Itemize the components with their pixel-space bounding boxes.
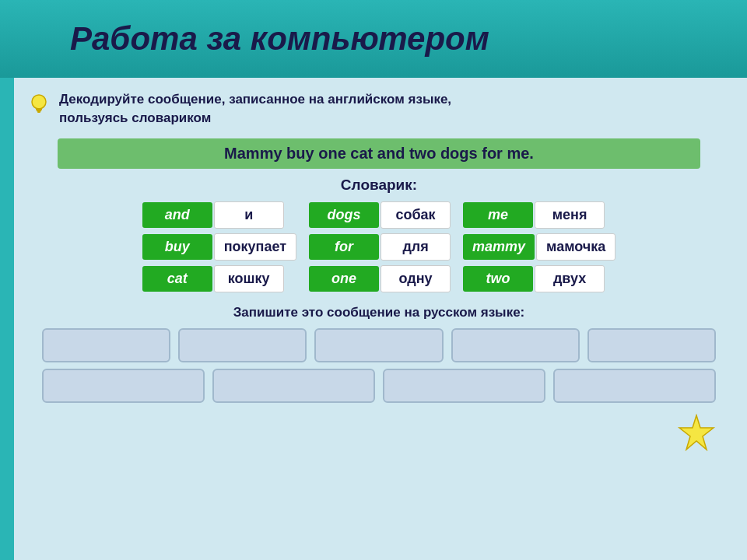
svg-point-0 bbox=[32, 95, 46, 109]
instruction-text: Декодируйте сообщение, записанное на анг… bbox=[59, 90, 451, 128]
dict-russian-word: кошку bbox=[214, 265, 284, 292]
answer-row-1 bbox=[42, 369, 716, 403]
dict-column-0: andиbuyпокупаетcatкошку bbox=[142, 201, 296, 292]
dict-russian-word: меня bbox=[535, 201, 605, 229]
dict-russian-word: и bbox=[214, 201, 284, 229]
dict-row: andи bbox=[142, 201, 296, 229]
answer-input-box[interactable] bbox=[212, 369, 375, 403]
dict-russian-word: для bbox=[381, 233, 451, 261]
dict-column-2: meменяmammyмамочкаtwoдвух bbox=[463, 201, 615, 292]
page-title: Работа за компьютером bbox=[70, 20, 489, 58]
answer-input-box[interactable] bbox=[383, 369, 545, 403]
dict-english-word: one bbox=[309, 266, 379, 292]
answer-input-box[interactable] bbox=[314, 328, 443, 362]
answer-input-box[interactable] bbox=[587, 328, 716, 362]
dict-english-word: and bbox=[142, 202, 212, 228]
page: Работа за компьютером Декодируйте сообще… bbox=[0, 0, 747, 560]
dict-english-word: buy bbox=[142, 234, 212, 260]
star-decoration bbox=[677, 414, 716, 453]
dict-row: forдля bbox=[309, 233, 451, 261]
answer-input-box[interactable] bbox=[553, 369, 716, 403]
sentence-text: Mammy buy one cat and two dogs for me. bbox=[224, 145, 534, 162]
answer-input-box[interactable] bbox=[451, 328, 580, 362]
dict-russian-word: одну bbox=[381, 265, 451, 292]
instruction-row: Декодируйте сообщение, записанное на анг… bbox=[26, 90, 731, 128]
dict-english-word: cat bbox=[142, 266, 212, 292]
answer-input-box[interactable] bbox=[178, 328, 307, 362]
dict-english-word: me bbox=[463, 202, 533, 228]
dict-russian-word: покупает bbox=[214, 233, 296, 261]
header: Работа за компьютером bbox=[0, 0, 747, 78]
svg-marker-4 bbox=[679, 415, 714, 450]
dict-row: catкошку bbox=[142, 265, 296, 292]
dict-row: oneодну bbox=[309, 265, 451, 292]
write-instruction: Запишите это сообщение на русском языке: bbox=[26, 305, 731, 320]
left-bar bbox=[0, 78, 14, 560]
dict-row: meменя bbox=[463, 201, 615, 229]
dict-english-word: mammy bbox=[463, 234, 535, 260]
answer-row-0 bbox=[42, 328, 716, 362]
answer-input-box[interactable] bbox=[42, 369, 205, 403]
main-content: Декодируйте сообщение, записанное на анг… bbox=[14, 78, 747, 560]
content-area: Декодируйте сообщение, записанное на анг… bbox=[0, 78, 747, 560]
dict-row: twoдвух bbox=[463, 265, 615, 292]
dict-label: Словарик: bbox=[26, 177, 731, 194]
dict-russian-word: двух bbox=[535, 265, 605, 292]
bottom-bar bbox=[26, 411, 731, 456]
dict-column-1: dogsсобакforдляoneодну bbox=[309, 201, 451, 292]
svg-rect-3 bbox=[37, 111, 40, 113]
dict-english-word: dogs bbox=[309, 202, 379, 228]
bulb-icon bbox=[26, 92, 51, 117]
dict-russian-word: собак bbox=[381, 201, 451, 229]
answer-rows bbox=[42, 328, 716, 403]
answer-input-box[interactable] bbox=[42, 328, 170, 362]
dict-row: buyпокупает bbox=[142, 233, 296, 261]
dict-russian-word: мамочка bbox=[536, 233, 615, 261]
dict-grid: andиbuyпокупаетcatкошкуdogsсобакforдляon… bbox=[34, 201, 724, 292]
dict-english-word: for bbox=[309, 234, 379, 260]
sentence-box: Mammy buy one cat and two dogs for me. bbox=[58, 138, 700, 169]
dict-english-word: two bbox=[463, 266, 533, 292]
dict-row: dogsсобак bbox=[309, 201, 451, 229]
dict-row: mammyмамочка bbox=[463, 233, 615, 261]
